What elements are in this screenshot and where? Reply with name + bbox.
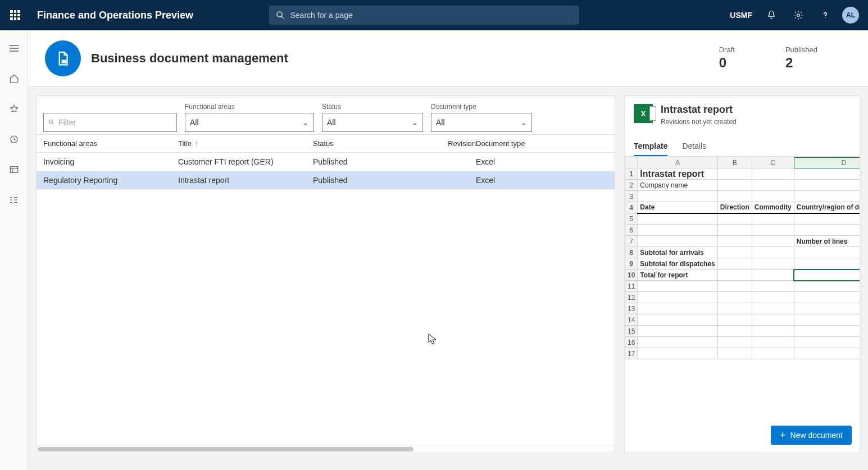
spreadsheet-row-1[interactable]: 1 bbox=[625, 168, 638, 180]
tab-details[interactable]: Details bbox=[682, 137, 706, 156]
column-title[interactable]: Title↑ bbox=[178, 139, 313, 148]
svg-line-10 bbox=[52, 123, 54, 125]
spreadsheet-row-14[interactable]: 14 bbox=[625, 314, 638, 326]
page-title: Business document management bbox=[91, 51, 288, 66]
preview-subtitle: Revisions not yet created bbox=[661, 118, 737, 126]
svg-rect-4 bbox=[10, 167, 18, 173]
table-header-row: Functional areas Title↑ Status Revision … bbox=[37, 134, 615, 153]
hamburger-icon bbox=[9, 44, 19, 52]
svg-point-0 bbox=[277, 12, 282, 17]
filter-input[interactable]: Filter bbox=[43, 113, 177, 132]
spreadsheet-row-4[interactable]: 4 bbox=[625, 202, 638, 213]
column-functional-areas[interactable]: Functional areas bbox=[43, 139, 178, 148]
settings-button[interactable] bbox=[788, 5, 808, 25]
search-icon bbox=[48, 119, 55, 126]
spreadsheet-row-15[interactable]: 15 bbox=[625, 326, 638, 337]
left-nav-rail bbox=[0, 30, 28, 470]
waffle-icon bbox=[10, 10, 20, 20]
preview-panel: X Intrastat report Revisions not yet cre… bbox=[624, 95, 860, 453]
svg-point-9 bbox=[49, 120, 53, 124]
workspace-icon bbox=[9, 165, 19, 175]
svg-point-7 bbox=[10, 202, 11, 203]
column-document-type[interactable]: Document type bbox=[476, 139, 588, 148]
spreadsheet-col-A[interactable]: A bbox=[638, 157, 717, 168]
nav-modules-button[interactable] bbox=[5, 191, 23, 209]
new-document-button[interactable]: + New document bbox=[771, 426, 852, 445]
svg-point-5 bbox=[10, 197, 11, 198]
status-label: Status bbox=[322, 103, 423, 111]
new-document-label: New document bbox=[790, 431, 843, 440]
nav-workspaces-button[interactable] bbox=[5, 161, 23, 179]
functional-areas-label: Functional areas bbox=[185, 103, 314, 111]
chevron-down-icon: ⌄ bbox=[411, 118, 418, 127]
help-button[interactable] bbox=[815, 5, 835, 25]
column-status[interactable]: Status bbox=[313, 139, 442, 148]
kpi-published: Published2 bbox=[785, 45, 817, 71]
search-placeholder: Search for a page bbox=[290, 11, 353, 20]
spreadsheet-col-D[interactable]: D bbox=[794, 157, 860, 168]
svg-rect-8 bbox=[62, 60, 67, 63]
notifications-button[interactable] bbox=[761, 5, 781, 25]
spreadsheet-row-10[interactable]: 10 bbox=[625, 270, 638, 281]
help-icon bbox=[820, 10, 830, 20]
spreadsheet-row-16[interactable]: 16 bbox=[625, 337, 638, 348]
star-icon bbox=[9, 104, 19, 114]
document-type-select[interactable]: All ⌄ bbox=[431, 113, 532, 132]
nav-home-button[interactable] bbox=[5, 70, 23, 88]
functional-areas-select[interactable]: All ⌄ bbox=[185, 113, 314, 132]
chevron-down-icon: ⌄ bbox=[302, 118, 309, 127]
spreadsheet-row-12[interactable]: 12 bbox=[625, 292, 638, 303]
global-search-input[interactable]: Search for a page bbox=[269, 6, 579, 25]
nav-favorites-button[interactable] bbox=[5, 100, 23, 118]
horizontal-scrollbar[interactable] bbox=[37, 445, 615, 453]
spreadsheet-row-2[interactable]: 2 bbox=[625, 180, 638, 191]
status-select[interactable]: All ⌄ bbox=[322, 113, 423, 132]
spreadsheet-col-B[interactable]: B bbox=[717, 157, 752, 168]
bell-icon bbox=[766, 10, 776, 20]
spreadsheet-row-7[interactable]: 7 bbox=[625, 236, 638, 247]
modules-icon bbox=[9, 195, 19, 205]
spreadsheet-preview[interactable]: ABCD1Intrastat report2Company name34Date… bbox=[625, 157, 860, 453]
legal-entity-picker[interactable]: USMF bbox=[730, 11, 752, 20]
chevron-down-icon: ⌄ bbox=[520, 118, 527, 127]
plus-icon: + bbox=[780, 430, 786, 440]
app-brand: Finance and Operations Preview bbox=[37, 10, 193, 21]
tab-template[interactable]: Template bbox=[634, 137, 667, 156]
spreadsheet-row-17[interactable]: 17 bbox=[625, 348, 638, 359]
spreadsheet-col-C[interactable]: C bbox=[752, 157, 794, 168]
document-list-panel: Filter Functional areas All ⌄ Status All… bbox=[36, 95, 615, 453]
kpi-draft: Draft0 bbox=[719, 45, 735, 71]
spreadsheet-row-13[interactable]: 13 bbox=[625, 303, 638, 314]
user-avatar[interactable]: AL bbox=[842, 7, 859, 24]
gear-icon bbox=[793, 10, 803, 20]
svg-line-1 bbox=[281, 16, 284, 19]
spreadsheet-row-5[interactable]: 5 bbox=[625, 213, 638, 225]
preview-title: Intrastat report bbox=[661, 104, 737, 116]
document-type-label: Document type bbox=[431, 103, 532, 111]
column-revision[interactable]: Revision bbox=[442, 139, 476, 148]
document-icon bbox=[54, 50, 71, 67]
table-row[interactable]: InvoicingCustomer FTI report (GER)Publis… bbox=[37, 153, 615, 171]
spreadsheet-row-9[interactable]: 9 bbox=[625, 258, 638, 270]
search-icon bbox=[276, 11, 285, 20]
nav-expand-button[interactable] bbox=[5, 39, 23, 57]
sort-asc-icon: ↑ bbox=[195, 139, 199, 148]
page-icon bbox=[45, 40, 81, 76]
svg-point-2 bbox=[797, 14, 800, 17]
excel-icon: X bbox=[634, 104, 653, 123]
table-row[interactable]: Regulatory ReportingIntrastat reportPubl… bbox=[37, 171, 615, 190]
spreadsheet-row-3[interactable]: 3 bbox=[625, 191, 638, 202]
app-launcher-button[interactable] bbox=[0, 0, 30, 30]
clock-icon bbox=[9, 134, 19, 144]
svg-point-6 bbox=[10, 199, 11, 200]
spreadsheet-row-6[interactable]: 6 bbox=[625, 225, 638, 236]
page-header: Business document management Draft0Publi… bbox=[28, 30, 868, 86]
home-icon bbox=[9, 74, 19, 84]
nav-recent-button[interactable] bbox=[5, 130, 23, 148]
spreadsheet-row-8[interactable]: 8 bbox=[625, 247, 638, 258]
filter-placeholder: Filter bbox=[58, 118, 76, 127]
spreadsheet-row-11[interactable]: 11 bbox=[625, 281, 638, 292]
